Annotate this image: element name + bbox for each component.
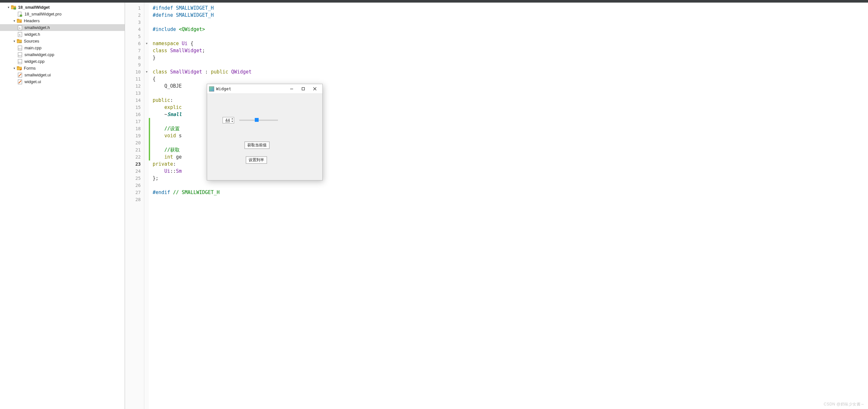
spin-buttons[interactable]: ▲▼ (230, 117, 234, 123)
project-tree[interactable]: ▾ 18_smallWidget 18_smallWidget.pro ▾ h (0, 3, 125, 409)
code-line[interactable] (153, 19, 868, 26)
tree-forms-folder[interactable]: ▾ Forms (0, 65, 125, 71)
minimize-button[interactable] (286, 84, 297, 93)
line-number-gutter: 1234567891011121314151617181920212223242… (125, 3, 144, 409)
code-line[interactable]: #ifndef SMALLWIDGET_H (153, 4, 868, 11)
line-number: 23 (125, 160, 144, 168)
fold-spacer (144, 132, 149, 139)
code-line[interactable]: #include <QWidget> (153, 26, 868, 33)
tree-form-file[interactable]: smallwidget.ui (0, 71, 125, 78)
fold-spacer (144, 139, 149, 146)
line-number: 5 (125, 33, 144, 40)
fold-spacer (144, 83, 149, 90)
line-number: 25 (125, 175, 144, 182)
app-icon (209, 86, 214, 91)
line-number: 14 (125, 97, 144, 104)
project-folder-icon (11, 5, 16, 10)
line-number: 4 (125, 26, 144, 33)
close-button[interactable] (309, 84, 320, 93)
code-area[interactable]: #ifndef SMALLWIDGET_H#define SMALLWIDGET… (150, 3, 868, 409)
svg-text:h: h (20, 21, 21, 23)
code-line[interactable]: #endif // SMALLWIDGET_H (153, 189, 868, 196)
cpp-file-icon: c++ (18, 59, 23, 64)
fold-spacer (144, 153, 149, 160)
value-spinbox[interactable]: 44 ▲▼ (222, 117, 234, 123)
cpp-file-icon: c++ (18, 46, 23, 51)
svg-rect-1 (11, 5, 13, 6)
code-line[interactable]: } (153, 54, 868, 61)
line-number: 18 (125, 125, 144, 132)
running-app-window[interactable]: Widget 44 (207, 84, 323, 180)
line-number: 9 (125, 61, 144, 68)
svg-text:c++: c++ (18, 55, 22, 56)
tree-item-label: widget.ui (25, 79, 41, 84)
tree-source-file[interactable]: c++ main.cpp (0, 45, 125, 51)
code-line[interactable] (153, 61, 868, 68)
window-body: 44 ▲▼ 获取当前值 设置到半 (207, 94, 322, 180)
code-line[interactable]: #define SMALLWIDGET_H (153, 11, 868, 19)
set-half-button[interactable]: 设置到半 (246, 156, 267, 164)
slider-thumb[interactable] (255, 118, 259, 122)
expand-arrow-icon[interactable]: ▾ (11, 19, 17, 23)
line-number: 15 (125, 104, 144, 111)
tree-form-file[interactable]: widget.ui (0, 78, 125, 85)
fold-column[interactable]: ▾▾ (144, 3, 149, 409)
fold-spacer (144, 104, 149, 111)
fold-spacer (144, 11, 149, 19)
code-line[interactable] (153, 196, 868, 203)
forms-folder-icon (17, 66, 22, 71)
tree-root[interactable]: ▾ 18_smallWidget (0, 4, 125, 11)
tree-root-label: 18_smallWidget (18, 5, 50, 10)
code-editor[interactable]: 1234567891011121314151617181920212223242… (125, 3, 868, 409)
svg-rect-22 (17, 66, 19, 67)
svg-rect-6 (17, 19, 19, 20)
code-line[interactable] (153, 182, 868, 189)
line-number: 6 (125, 40, 144, 47)
sources-folder-icon: c++ (17, 39, 22, 44)
line-number: 21 (125, 146, 144, 153)
get-value-button[interactable]: 获取当前值 (244, 142, 270, 149)
fold-spacer (144, 118, 149, 125)
header-file-icon: h (18, 32, 23, 37)
project-sidebar: ▾ 18_smallWidget 18_smallWidget.pro ▾ h (0, 3, 125, 409)
fold-spacer (144, 168, 149, 175)
value-slider[interactable] (239, 120, 278, 121)
fold-spacer (144, 125, 149, 132)
tree-source-file[interactable]: c++ smallwidget.cpp (0, 51, 125, 58)
tree-item-label: smallwidget.h (25, 25, 50, 30)
tree-item-label: main.cpp (25, 46, 41, 50)
expand-arrow-icon[interactable]: ▾ (11, 66, 17, 70)
tree-item-label: Sources (24, 39, 39, 43)
tree-item-label: smallwidget.cpp (25, 52, 55, 57)
fold-spacer (144, 26, 149, 33)
expand-arrow-icon[interactable]: ▾ (6, 5, 11, 9)
line-number: 24 (125, 168, 144, 175)
tree-headers-folder[interactable]: ▾ h Headers (0, 18, 125, 24)
line-number: 27 (125, 189, 144, 196)
fold-spacer (144, 111, 149, 118)
fold-spacer (144, 4, 149, 11)
tree-sources-folder[interactable]: ▾ c++ Sources (0, 38, 125, 45)
line-number: 3 (125, 19, 144, 26)
tree-pro-file[interactable]: 18_smallWidget.pro (0, 11, 125, 18)
maximize-button[interactable] (297, 84, 309, 93)
code-line[interactable]: class SmallWidget; (153, 47, 868, 54)
window-titlebar[interactable]: Widget (207, 84, 322, 94)
tree-header-file[interactable]: h smallwidget.h (0, 24, 125, 31)
pro-file-icon (18, 11, 23, 17)
fold-toggle-icon[interactable]: ▾ (144, 40, 149, 47)
fold-toggle-icon[interactable]: ▾ (144, 68, 149, 76)
expand-arrow-icon[interactable]: ▾ (11, 39, 17, 43)
svg-text:h: h (19, 27, 20, 30)
cpp-file-icon: c++ (18, 52, 23, 57)
tree-header-file[interactable]: h widget.h (0, 31, 125, 38)
code-line[interactable]: class SmallWidget : public QWidget (153, 68, 868, 76)
svg-text:h: h (19, 33, 20, 36)
code-line[interactable]: { (153, 76, 868, 83)
ui-file-icon (18, 72, 23, 78)
line-number: 11 (125, 76, 144, 83)
fold-spacer (144, 146, 149, 153)
tree-source-file[interactable]: c++ widget.cpp (0, 58, 125, 65)
code-line[interactable]: namespace Ui { (153, 40, 868, 47)
code-line[interactable] (153, 33, 868, 40)
